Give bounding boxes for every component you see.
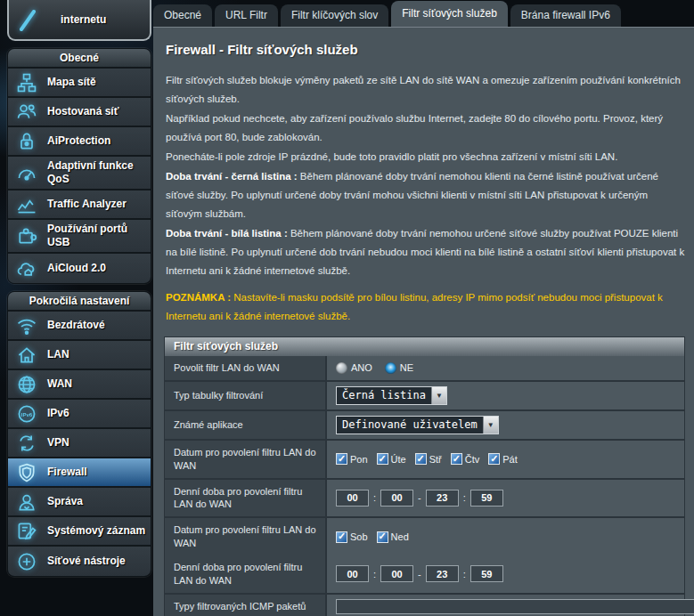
- description-paragraph: Například pokud nechcete, aby zařízení p…: [166, 109, 685, 147]
- sidebar-group-general: Obecné Mapa sítě Hostovaná síť AiProtect…: [7, 48, 151, 284]
- icmp-label: Typy filtrovaných ICMP paketů: [165, 595, 327, 616]
- sidebar-item-lan[interactable]: LAN: [8, 341, 151, 370]
- hosted-network-icon: [12, 101, 41, 123]
- checkbox-ute[interactable]: [377, 453, 388, 465]
- weekend-date-label: Datum pro povolení filtru LAN do WAN: [165, 518, 327, 555]
- globe-icon: [12, 374, 41, 395]
- shield-icon: [12, 462, 41, 483]
- radio-ano[interactable]: [336, 362, 347, 374]
- time2-end-min-input[interactable]: [470, 565, 503, 582]
- sidebar-item-adaptivni-qos[interactable]: Adaptivní funkce QoS: [8, 157, 151, 190]
- sidebar-item-sprava[interactable]: Správa: [8, 488, 151, 517]
- tab-brana-firewall-ipv6[interactable]: Brána firewall IPv6: [510, 4, 621, 27]
- checkbox-ctv[interactable]: [451, 453, 462, 465]
- whitelist-duration-lead: Doba trvání - bílá listina :: [166, 228, 288, 239]
- sidebar-item-hostovana-sit[interactable]: Hostovaná síť: [8, 98, 151, 127]
- checkbox-ned[interactable]: [377, 531, 388, 543]
- sidebar-item-network-tools[interactable]: Síťové nástroje: [8, 547, 151, 576]
- tab-bar: Obecné URL Filtr Filtr klíčových slov Fi…: [153, 0, 694, 27]
- sidebar-item-aicloud[interactable]: AiCloud 2.0: [8, 254, 151, 283]
- blacklist-duration-paragraph: Doba trvání - černá listina : Během plán…: [166, 167, 685, 223]
- checkbox-pon[interactable]: [336, 453, 347, 465]
- quick-setup-bolt-icon: [18, 8, 37, 31]
- sidebar-section-advanced: Pokročilá nastavení: [8, 292, 151, 312]
- ipv6-icon: IPv6: [12, 403, 41, 425]
- sidebar-item-system-log[interactable]: Systémový záznam: [8, 517, 151, 547]
- panel: Firewall - Filtr síťových služeb Filtr s…: [153, 27, 694, 616]
- blacklist-duration-lead: Doba trvání - černá listina :: [166, 171, 298, 182]
- sidebar-item-vpn[interactable]: VPN: [8, 429, 151, 458]
- sidebar-group-advanced: Pokročilá nastavení Bezdrátové LAN WAN: [7, 291, 151, 577]
- main-content: Obecné URL Filtr Filtr klíčových slov Fi…: [153, 0, 694, 616]
- chevron-down-icon: [483, 417, 498, 434]
- radio-ano-label: ANO: [351, 362, 372, 373]
- sidebar-item-wan[interactable]: WAN: [8, 370, 151, 400]
- filter-table-type-row: Typ tabulky filtrování Černá listina: [165, 382, 684, 411]
- quick-internet-setup-button[interactable]: internetu: [7, 0, 151, 41]
- traffic-chart-icon: [12, 194, 41, 215]
- known-apps-label: Známé aplikace: [165, 411, 327, 439]
- note-text: Nastavíte-li masku podsítě pro bílou lis…: [166, 292, 663, 321]
- description-paragraph: Ponecháte-li pole zdroje IP prázdné, bud…: [166, 148, 685, 166]
- checkbox-str[interactable]: [415, 453, 427, 465]
- time2-end-hour-input[interactable]: [426, 565, 459, 582]
- sidebar-item-mapa-site[interactable]: Mapa sítě: [8, 69, 151, 98]
- sidebar-section-general: Obecné: [8, 49, 151, 69]
- sidebar-item-aiprotection[interactable]: AiProtection: [8, 127, 151, 157]
- form-section-header: Filtr síťových služeb: [165, 337, 684, 356]
- admin-user-icon: [12, 491, 41, 513]
- weekend-time-label: Denní doba pro povolení filtru LAN do WA…: [165, 555, 327, 593]
- sidebar-item-ipv6[interactable]: IPv6 IPv6: [8, 400, 151, 429]
- filter-table-type-select[interactable]: Černá listina: [336, 386, 447, 405]
- sidebar-item-bezdratove[interactable]: Bezdrátové: [8, 312, 151, 341]
- weekend-time-row: Denní doba pro povolení filtru LAN do WA…: [165, 555, 684, 595]
- enable-filter-row: Povolit filtr LAN do WAN ANO NE: [165, 356, 684, 382]
- router-admin-page: internetu Obecné Mapa sítě Hostovaná síť: [0, 0, 694, 616]
- weekday-date-label: Datum pro povolení filtru LAN do WAN: [165, 441, 327, 478]
- note-paragraph: POZNÁMKA : Nastavíte-li masku podsítě pr…: [166, 288, 685, 326]
- icmp-types-input[interactable]: [336, 599, 694, 614]
- sidebar: internetu Obecné Mapa sítě Hostovaná síť: [7, 0, 151, 584]
- home-icon: [12, 344, 41, 366]
- known-apps-select[interactable]: Definované uživatelem: [336, 416, 499, 434]
- network-map-icon: [12, 72, 41, 93]
- system-log-icon: [12, 521, 41, 542]
- sidebar-item-firewall[interactable]: Firewall: [8, 458, 151, 488]
- weekday-time-label: Denní doba pro povolení filtru LAN do WA…: [165, 480, 327, 517]
- radio-ne[interactable]: [385, 362, 396, 374]
- sidebar-item-traffic-analyzer[interactable]: Traffic Analyzer: [8, 190, 151, 220]
- checkbox-sob[interactable]: [336, 531, 347, 543]
- time1-end-hour-input[interactable]: [426, 490, 459, 507]
- time1-end-min-input[interactable]: [470, 490, 503, 507]
- icmp-row: Typy filtrovaných ICMP paketů: [165, 595, 684, 616]
- tab-filtr-klicovych-slov[interactable]: Filtr klíčových slov: [281, 4, 388, 27]
- radio-ne-label: NE: [400, 362, 413, 373]
- time2-start-min-input[interactable]: [380, 565, 413, 582]
- network-tools-icon: [12, 551, 41, 572]
- lock-icon: [12, 131, 41, 152]
- weekend-date-row: Datum pro povolení filtru LAN do WAN Sob…: [165, 518, 684, 555]
- svg-text:IPv6: IPv6: [21, 411, 33, 417]
- whitelist-duration-paragraph: Doba trvání - bílá listina : Během pláno…: [166, 224, 685, 280]
- enable-filter-label: Povolit filtr LAN do WAN: [165, 356, 327, 380]
- description-paragraph: Filtr síťových služeb blokuje výměny pak…: [166, 71, 685, 109]
- filter-table-type-label: Typ tabulky filtrování: [165, 382, 327, 409]
- time1-start-min-input[interactable]: [380, 490, 413, 507]
- weekday-date-row: Datum pro povolení filtru LAN do WAN Pon…: [165, 441, 684, 480]
- known-apps-row: Známé aplikace Definované uživatelem: [165, 411, 684, 441]
- time1-start-hour-input[interactable]: [336, 490, 369, 507]
- network-services-filter-form: Filtr síťových služeb Povolit filtr LAN …: [164, 336, 685, 616]
- cloud-icon: [12, 258, 41, 280]
- sidebar-item-usb[interactable]: Používání portů USB: [8, 220, 151, 254]
- tab-filtr-sitovych-sluzeb[interactable]: Filtr síťových služeb: [391, 1, 508, 27]
- vpn-arrows-icon: [12, 433, 41, 454]
- time2-start-hour-input[interactable]: [336, 565, 369, 582]
- tab-url-filtr[interactable]: URL Filtr: [215, 4, 278, 27]
- checkbox-pat[interactable]: [488, 453, 500, 465]
- speedometer-icon: [12, 162, 41, 183]
- quick-setup-label: internetu: [61, 13, 106, 26]
- weekday-time-row: Denní doba pro povolení filtru LAN do WA…: [165, 480, 684, 519]
- puzzle-icon: [12, 225, 41, 247]
- note-lead: POZNÁMKA :: [166, 292, 231, 303]
- tab-obecne[interactable]: Obecné: [153, 4, 212, 27]
